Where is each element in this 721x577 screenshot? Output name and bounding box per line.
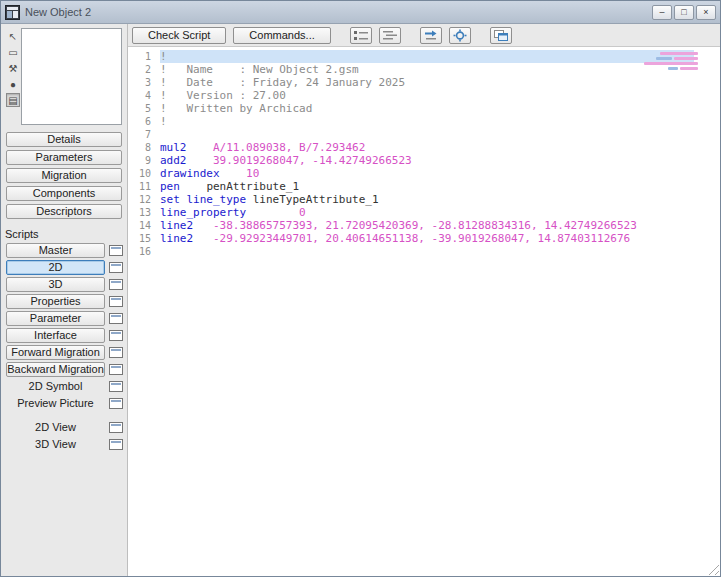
numbered-list-icon[interactable]	[350, 27, 372, 44]
editor-windows-icon[interactable]	[490, 27, 512, 44]
film-icon[interactable]: ▤	[6, 93, 20, 107]
code-line[interactable]: 5! Written by Archicad	[128, 102, 694, 115]
code-editor[interactable]: 1!2! Name : New Object 2.gsm3! Date : Fr…	[128, 46, 720, 576]
pointer-icon[interactable]: ↖	[6, 29, 20, 43]
code-text: add2 39.9019268047, -14.42749266523	[160, 154, 694, 167]
indent-list-icon[interactable]	[379, 27, 401, 44]
script-tab-forward-migration[interactable]: Forward Migration	[6, 345, 105, 360]
code-line[interactable]: 12set line_type lineTypeAttribute_1	[128, 193, 694, 206]
rectangle-icon[interactable]: ▭	[6, 45, 20, 59]
script-tab-2d-symbol[interactable]: 2D Symbol	[6, 379, 105, 394]
maximize-button[interactable]: □	[674, 5, 694, 20]
view-tab-3d-view[interactable]: 3D View	[6, 437, 105, 452]
view-list: 2D View3D View	[1, 420, 127, 452]
commands-button[interactable]: Commands...	[233, 27, 330, 44]
sphere-icon[interactable]: ●	[6, 77, 20, 91]
open-in-window-button[interactable]	[109, 381, 123, 392]
code-line[interactable]: 1!	[128, 50, 694, 63]
swap-values-icon[interactable]	[420, 27, 442, 44]
script-tab-2d[interactable]: 2D	[6, 260, 105, 275]
view-tab-2d-view[interactable]: 2D View	[6, 420, 105, 435]
line-number: 4	[128, 89, 160, 102]
script-tab-master[interactable]: Master	[6, 243, 105, 258]
code-line[interactable]: 8mul2 A/11.089038, B/7.293462	[128, 141, 694, 154]
code-line[interactable]: 4! Version : 27.00	[128, 89, 694, 102]
open-in-window-button[interactable]	[109, 296, 123, 307]
line-number: 3	[128, 76, 160, 89]
script-row: Forward Migration	[6, 345, 123, 360]
scripts-section-label: Scripts	[5, 228, 127, 240]
script-row: Properties	[6, 294, 123, 309]
code-line[interactable]: 10drawindex 10	[128, 167, 694, 180]
code-line[interactable]: 7	[128, 128, 694, 141]
sidebar-button-parameters[interactable]: Parameters	[6, 150, 122, 165]
script-tab-3d[interactable]: 3D	[6, 277, 105, 292]
code-line[interactable]: 6!	[128, 115, 694, 128]
line-number: 11	[128, 180, 160, 193]
minimize-button[interactable]: –	[652, 5, 672, 20]
open-in-window-button[interactable]	[109, 330, 123, 341]
code-text: ! Date : Friday, 24 January 2025	[160, 76, 694, 89]
gdl-object-editor-window: New Object 2 – □ × ↖▭⚒●▤ DetailsParamete…	[0, 0, 721, 577]
sidebar: ↖▭⚒●▤ DetailsParametersMigrationComponen…	[1, 24, 128, 576]
script-tab-preview-picture[interactable]: Preview Picture	[6, 396, 105, 411]
open-in-window-button[interactable]	[109, 262, 123, 273]
script-row: 3D	[6, 277, 123, 292]
code-text	[160, 128, 694, 141]
code-text: !	[160, 50, 694, 63]
code-text: ! Written by Archicad	[160, 102, 694, 115]
check-script-button[interactable]: Check Script	[132, 27, 226, 44]
open-in-window-button[interactable]	[109, 398, 123, 409]
code-text: ! Version : 27.00	[160, 89, 694, 102]
line-number: 10	[128, 167, 160, 180]
script-row: Backward Migration	[6, 362, 123, 377]
open-in-window-button[interactable]	[109, 364, 123, 375]
open-in-window-button[interactable]	[109, 313, 123, 324]
preview-area	[21, 28, 122, 125]
code-line[interactable]: 13line_property 0	[128, 206, 694, 219]
code-text: line2 -29.92923449701, 20.40614651138, -…	[160, 232, 694, 245]
open-in-window-button[interactable]	[109, 422, 123, 433]
tool-strip: ↖▭⚒●▤	[5, 28, 21, 125]
line-number: 13	[128, 206, 160, 219]
line-number: 8	[128, 141, 160, 154]
sidebar-button-details[interactable]: Details	[6, 132, 122, 147]
code-line[interactable]: 2! Name : New Object 2.gsm	[128, 63, 694, 76]
script-tab-backward-migration[interactable]: Backward Migration	[6, 362, 105, 377]
script-row: Preview Picture	[6, 396, 123, 411]
line-number: 9	[128, 154, 160, 167]
line-number: 12	[128, 193, 160, 206]
code-line[interactable]: 9add2 39.9019268047, -14.42749266523	[128, 154, 694, 167]
close-button[interactable]: ×	[696, 5, 716, 20]
open-in-window-button[interactable]	[109, 245, 123, 256]
settings-icon[interactable]	[449, 27, 471, 44]
code-text: ! Name : New Object 2.gsm	[160, 63, 694, 76]
window-title: New Object 2	[25, 6, 647, 18]
code-line[interactable]: 3! Date : Friday, 24 January 2025	[128, 76, 694, 89]
line-number: 15	[128, 232, 160, 245]
code-line[interactable]: 11pen penAttribute_1	[128, 180, 694, 193]
code-minimap	[624, 52, 698, 70]
code-text	[160, 245, 694, 258]
open-in-window-button[interactable]	[109, 279, 123, 290]
script-tab-properties[interactable]: Properties	[6, 294, 105, 309]
view-row: 3D View	[6, 437, 123, 452]
sidebar-button-migration[interactable]: Migration	[6, 168, 122, 183]
code-line[interactable]: 16	[128, 245, 694, 258]
sidebar-button-components[interactable]: Components	[6, 186, 122, 201]
script-row: Parameter	[6, 311, 123, 326]
line-number: 1	[128, 50, 160, 63]
sidebar-button-descriptors[interactable]: Descriptors	[6, 204, 122, 219]
open-in-window-button[interactable]	[109, 439, 123, 450]
panel-button-list: DetailsParametersMigrationComponentsDesc…	[1, 130, 127, 219]
script-tab-parameter[interactable]: Parameter	[6, 311, 105, 326]
line-number: 16	[128, 245, 160, 258]
open-in-window-button[interactable]	[109, 347, 123, 358]
line-number: 6	[128, 115, 160, 128]
code-text: set line_type lineTypeAttribute_1	[160, 193, 694, 206]
code-line[interactable]: 14line2 -38.38865757393, 21.72095420369,…	[128, 219, 694, 232]
code-line[interactable]: 15line2 -29.92923449701, 20.40614651138,…	[128, 232, 694, 245]
hammer-icon[interactable]: ⚒	[6, 61, 20, 75]
script-tab-interface[interactable]: Interface	[6, 328, 105, 343]
titlebar[interactable]: New Object 2 – □ ×	[1, 1, 720, 24]
